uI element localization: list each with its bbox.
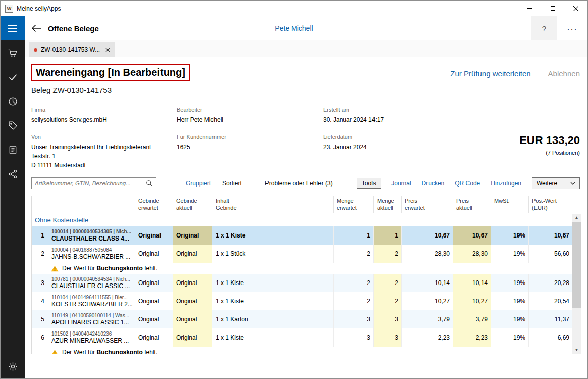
drucken-link[interactable]: Drucken	[422, 180, 445, 187]
maximize-button[interactable]	[541, 1, 564, 16]
col-menge-aktuell[interactable]: Menge aktuell	[374, 196, 402, 213]
tab-close-icon	[105, 48, 110, 52]
article-code: 100781 | 00000040534534 | Nich...	[51, 276, 130, 282]
close-button[interactable]	[564, 1, 587, 16]
document-content: Wareneingang [In Bearbeitung] Zur Prüfun…	[25, 57, 587, 378]
gebinde-aktuell-cell[interactable]: Original	[173, 292, 212, 310]
preis-aktuell-cell[interactable]: 10,14	[453, 274, 491, 292]
book-icon	[8, 145, 18, 155]
erstellt-am-label: Erstellt am	[323, 107, 384, 113]
user-name[interactable]: Pete Michell	[275, 16, 313, 40]
lieferdatum-label: Lieferdatum	[323, 134, 367, 140]
sidebar-item-cart[interactable]	[1, 40, 25, 65]
pos-wert-cell: 6,69	[529, 328, 572, 347]
preis-erwartet-cell: 28,30	[402, 245, 453, 263]
position-count: (7 Positionen)	[519, 150, 580, 156]
vertical-scrollbar[interactable]: ▲ ▼	[572, 214, 581, 354]
menge-aktuell-cell[interactable]: 2	[374, 245, 402, 263]
tab-document[interactable]: ZW-0130-141753 W...	[29, 42, 115, 57]
minimize-button[interactable]	[518, 1, 541, 16]
forward-for-review-button[interactable]: Zur Prüfung weiterleiten	[447, 68, 533, 79]
more-options-button[interactable]: ···	[557, 16, 587, 40]
reject-button[interactable]: Ablehnen	[548, 69, 580, 78]
col-inhalt-gebinde[interactable]: Inhalt Gebinde	[212, 196, 334, 213]
preis-aktuell-cell[interactable]: 2,23	[453, 328, 491, 347]
menge-erwartet-cell: 3	[334, 328, 374, 347]
sidebar-item-prices[interactable]	[1, 113, 25, 137]
header-actions: ? ···	[531, 16, 587, 40]
col-gebinde-erwartet[interactable]: Gebinde erwartet	[135, 196, 173, 213]
checkmark-icon	[8, 72, 18, 82]
col-preis-erwartet[interactable]: Preis erwartet	[402, 196, 453, 213]
preis-aktuell-cell[interactable]: 28,30	[453, 245, 491, 263]
hinzufuegen-link[interactable]: Hinzufügen	[491, 180, 521, 187]
scroll-up-button[interactable]: ▲	[572, 214, 581, 221]
gebinde-aktuell-cell[interactable]: Original	[173, 226, 212, 245]
col-mwst[interactable]: MwSt.	[491, 196, 529, 213]
help-button[interactable]: ?	[531, 16, 557, 40]
tools-button[interactable]: Tools	[357, 178, 381, 189]
menge-aktuell-cell[interactable]: 3	[374, 328, 402, 347]
col-article[interactable]	[48, 196, 135, 213]
von-value: Unser Trainingslieferant Ihr Lieblingsli…	[31, 143, 177, 170]
title-bar: W Meine sellyApps	[1, 1, 587, 16]
sidebar-item-journal[interactable]	[1, 137, 25, 162]
menge-aktuell-cell[interactable]: 2	[374, 274, 402, 292]
journal-link[interactable]: Journal	[391, 180, 411, 187]
gebinde-aktuell-cell[interactable]: Original	[173, 310, 212, 328]
preis-aktuell-cell[interactable]: 3,79	[453, 310, 491, 328]
sidebar-item-settings[interactable]	[1, 354, 25, 378]
table-row[interactable]: 6 101502 | 04004042410236 AZUR MINERALWA…	[32, 328, 572, 347]
article-code: 110104 | 04014964111555 | Bier...	[51, 295, 128, 300]
gebinde-erwartet-cell: Original	[135, 292, 173, 310]
warning-icon	[51, 265, 59, 272]
gebinde-aktuell-cell[interactable]: Original	[173, 245, 212, 263]
unsaved-dot-icon	[34, 48, 37, 52]
table-header: Gebinde erwartet Gebinde aktuell Inhalt …	[32, 196, 572, 213]
total-amount: EUR 133,20	[519, 134, 580, 147]
menge-aktuell-cell[interactable]: 1	[374, 226, 402, 245]
search-input[interactable]	[35, 180, 146, 186]
gebinde-aktuell-cell[interactable]: Original	[173, 328, 212, 347]
preis-aktuell-cell[interactable]: 10,67	[453, 226, 491, 245]
col-preis-aktuell[interactable]: Preis aktuell	[453, 196, 491, 213]
group-header[interactable]: Ohne Kostenstelle	[32, 213, 572, 226]
probleme-filter[interactable]: Probleme oder Fehler (3)	[265, 180, 333, 187]
col-menge-erwartet[interactable]: Menge erwartet	[334, 196, 374, 213]
search-icon[interactable]	[146, 180, 153, 187]
table-row[interactable]: 1 100014 | 00000040534305 | Nich... CLAU…	[32, 226, 572, 245]
scroll-down-button[interactable]: ▼	[572, 346, 581, 354]
preis-erwartet-cell: 3,79	[402, 310, 453, 328]
preis-aktuell-cell[interactable]: 10,27	[453, 292, 491, 310]
hamburger-menu-button[interactable]	[1, 16, 25, 40]
gebinde-erwartet-cell: Original	[135, 310, 173, 328]
warning-text: Der Wert für Buchungskonto fehlt.	[62, 349, 157, 354]
col-number[interactable]	[32, 196, 48, 213]
tab-close-button[interactable]	[105, 48, 110, 52]
inhalt-gebinde-cell: 1 x 1 Kiste	[212, 274, 334, 292]
menge-aktuell-cell[interactable]: 2	[374, 292, 402, 310]
mwst-cell: 19%	[491, 245, 529, 263]
table-row[interactable]: 4 110104 | 04014964111555 | Bier... KOES…	[32, 292, 572, 310]
back-button[interactable]	[25, 16, 48, 40]
article-name: KOESTR SCHWARZBIER 2...	[51, 301, 133, 308]
divider	[31, 102, 580, 102]
menge-aktuell-cell[interactable]: 3	[374, 310, 402, 328]
sidebar-item-tasks[interactable]	[1, 65, 25, 89]
sortiert-toggle[interactable]: Sortiert	[222, 180, 242, 187]
back-arrow-icon	[31, 24, 41, 32]
table-row[interactable]: 3 100781 | 00000040534534 | Nich... CLAU…	[32, 274, 572, 292]
col-gebinde-aktuell[interactable]: Gebinde aktuell	[173, 196, 212, 213]
gebinde-aktuell-cell[interactable]: Original	[173, 274, 212, 292]
sidebar-item-share[interactable]	[1, 162, 25, 186]
sidebar-item-statistics[interactable]	[1, 89, 25, 113]
weitere-dropdown[interactable]: Weitere	[532, 177, 580, 190]
table-row[interactable]: 5 110149 | 04100590100114 | Was... APOLL…	[32, 310, 572, 328]
col-pos-wert[interactable]: Pos.-Wert (EUR)	[529, 196, 572, 213]
scrollbar-thumb[interactable]	[572, 222, 581, 308]
qr-code-link[interactable]: QR Code	[455, 180, 480, 187]
gruppiert-toggle[interactable]: Gruppiert	[186, 180, 211, 187]
scrollbar-track[interactable]	[572, 221, 581, 346]
table-row[interactable]: 2 100004 | 04016887505084 JAHNS-B.SCHWAR…	[32, 245, 572, 263]
search-box[interactable]	[31, 177, 156, 190]
